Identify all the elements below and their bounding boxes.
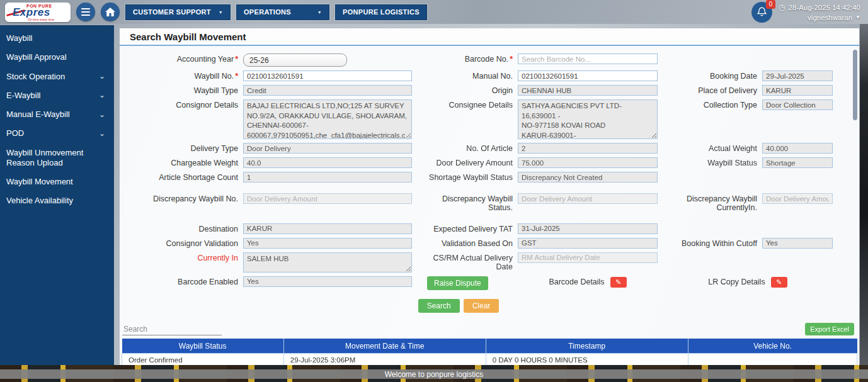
consignor-details-label: Consignor Details bbox=[145, 99, 238, 110]
discrepancy-waybill-currently-in-input bbox=[762, 193, 833, 204]
menu-button[interactable] bbox=[76, 3, 95, 21]
col-timestamp: Timestamp bbox=[486, 339, 688, 354]
accounting-year-select[interactable] bbox=[243, 53, 347, 67]
top-right-group: 0 ◷ 28-Aug-2025 14:42:40 vigneshwaran ▼ bbox=[751, 2, 860, 23]
lr-copy-details-edit-button[interactable]: ✎ bbox=[771, 277, 787, 288]
chevron-down-icon: ⌄ bbox=[99, 110, 105, 120]
row-spacer bbox=[145, 216, 833, 220]
shortage-waybill-status-input bbox=[518, 172, 658, 183]
sidebar: Waybill Waybill Approval Stock Operation… bbox=[0, 25, 114, 365]
col-movement-datetime: Movement Date & Time bbox=[283, 339, 486, 354]
top-bar: PON PURE Expres On time every time CUSTO… bbox=[0, 0, 868, 24]
chargeable-weight-input bbox=[243, 157, 412, 168]
clear-button[interactable]: Clear bbox=[464, 299, 500, 313]
origin-label: Origin bbox=[417, 85, 513, 95]
sidebar-item-pod[interactable]: POD ⌄ bbox=[0, 124, 114, 143]
raise-dispute-button[interactable]: Raise Dispute bbox=[427, 276, 488, 290]
sidebar-item-label: Waybill Unmovement Reason Upload bbox=[6, 148, 105, 169]
sidebar-item-label: Waybill bbox=[6, 33, 32, 43]
delivery-type-input bbox=[243, 143, 412, 154]
home-button[interactable] bbox=[101, 3, 120, 21]
discrepancy-waybill-status-label: Discrepancy Waybill Status. bbox=[417, 193, 513, 213]
nav-operations[interactable]: OPERATIONS ▼ bbox=[236, 4, 329, 20]
sidebar-item-waybill-movement[interactable]: Waybill Movement bbox=[0, 172, 114, 191]
chargeable-weight-label: Chargeable Weight bbox=[145, 157, 238, 167]
chevron-down-icon: ⌄ bbox=[99, 72, 105, 81]
required-asterisk: * bbox=[235, 72, 238, 81]
waybill-form: Accounting Year* Barcode No.* Waybill No… bbox=[120, 46, 859, 313]
currently-in-textarea: SALEM HUB bbox=[243, 252, 412, 272]
barcode-no-input[interactable] bbox=[518, 53, 658, 64]
movement-table: Waybill Status Movement Date & Time Time… bbox=[122, 339, 857, 365]
form-actions-row: Search Clear bbox=[120, 299, 802, 313]
app-root: PON PURE Expres On time every time CUSTO… bbox=[0, 0, 868, 382]
clock-icon: ◷ bbox=[779, 3, 785, 12]
export-excel-button[interactable]: Export Excel bbox=[805, 323, 854, 335]
lr-copy-details-group: LR Copy Details ✎ bbox=[663, 276, 833, 288]
bell-icon bbox=[757, 7, 767, 17]
sidebar-item-waybill-approval[interactable]: Waybill Approval bbox=[0, 48, 114, 67]
consignee-details-label: Consignee Details bbox=[417, 99, 513, 110]
booking-date-label: Booking Date bbox=[663, 70, 757, 81]
manual-no-input[interactable] bbox=[518, 70, 658, 81]
booking-date-input bbox=[762, 70, 833, 81]
chevron-down-icon: ⌄ bbox=[99, 129, 105, 138]
edit-pencil-icon: ✎ bbox=[776, 278, 782, 286]
consignee-details-textarea: SATHYA AGENCIES PVT LTD-16,639001 - NO-9… bbox=[518, 99, 658, 139]
sidebar-item-stock-operation[interactable]: Stock Operation ⌄ bbox=[0, 67, 114, 86]
sidebar-item-vehicle-availability[interactable]: Vehicle Availability bbox=[0, 191, 114, 210]
sidebar-item-e-waybill[interactable]: E-Waybill ⌄ bbox=[0, 86, 114, 105]
barcode-details-edit-button[interactable]: ✎ bbox=[610, 277, 627, 288]
sidebar-item-manual-e-waybill[interactable]: Manual E-Waybill ⌄ bbox=[0, 105, 114, 124]
table-toolbar: Export Excel bbox=[120, 313, 859, 339]
cell-vehicle bbox=[688, 354, 857, 365]
label-text: Barcode No. bbox=[465, 55, 508, 64]
waybill-status-input bbox=[762, 157, 833, 168]
barcode-no-label: Barcode No.* bbox=[417, 53, 513, 64]
brand-logo[interactable]: PON PURE Expres On time every time bbox=[5, 3, 71, 22]
nav-customer-support-label: CUSTOMER SUPPORT bbox=[133, 8, 211, 16]
validation-based-on-label: Validation Based On bbox=[417, 238, 513, 248]
waybill-status-label: Waybill Status bbox=[663, 157, 757, 167]
sidebar-item-waybill[interactable]: Waybill bbox=[0, 29, 114, 48]
vertical-scrollbar[interactable] bbox=[853, 50, 857, 120]
barcode-enabled-input bbox=[243, 276, 412, 287]
discrepancy-waybill-status-input bbox=[518, 193, 658, 204]
chevron-down-icon: ⌄ bbox=[99, 91, 105, 100]
notification-badge: 0 bbox=[766, 0, 775, 9]
manual-no-label: Manual No. bbox=[417, 70, 513, 81]
csrm-actual-delivery-date-input bbox=[518, 252, 658, 263]
nav-ponpure-logistics-label: PONPURE LOGISTICS bbox=[343, 8, 420, 16]
cell-timestamp: 0 DAY 0 HOURS 0 MINUTES bbox=[486, 354, 688, 365]
row-spacer bbox=[145, 186, 833, 189]
door-delivery-amount-input bbox=[518, 157, 658, 168]
label-text: Waybill No. bbox=[194, 72, 234, 81]
csrm-actual-delivery-date-label: CS/RM Actual Delivery Date bbox=[417, 252, 513, 272]
caret-down-icon: ▼ bbox=[855, 14, 860, 20]
background-photo-strip bbox=[860, 24, 868, 365]
user-menu[interactable]: vigneshwaran ▼ bbox=[808, 14, 860, 21]
validation-based-on-input bbox=[518, 238, 658, 249]
destination-label: Destination bbox=[145, 223, 238, 233]
search-button[interactable]: Search bbox=[418, 299, 460, 313]
discrepancy-waybill-no-label: Discrepancy Waybill No. bbox=[145, 193, 238, 203]
barcode-details-group: Barcode Details ✎ bbox=[518, 276, 658, 288]
sidebar-item-label: Manual E-Waybill bbox=[6, 110, 70, 120]
accounting-year-cell bbox=[243, 53, 412, 67]
article-shortage-count-input bbox=[243, 172, 412, 183]
hamburger-icon bbox=[81, 8, 90, 16]
sidebar-item-waybill-unmovement-reason-upload[interactable]: Waybill Unmovement Reason Upload bbox=[0, 143, 114, 173]
table-search-input[interactable] bbox=[122, 323, 222, 335]
no-of-article-input bbox=[518, 143, 658, 154]
waybill-no-label: Waybill No.* bbox=[145, 70, 238, 81]
current-datetime: 28-Aug-2025 14:42:40 bbox=[789, 4, 860, 11]
nav-customer-support[interactable]: CUSTOMER SUPPORT ▼ bbox=[125, 4, 231, 20]
article-shortage-count-label: Article Shortage Count bbox=[145, 172, 238, 182]
notifications-button[interactable]: 0 bbox=[751, 2, 772, 23]
consignor-validation-input bbox=[243, 238, 412, 249]
caret-down-icon: ▼ bbox=[317, 10, 322, 14]
lr-copy-details-label: LR Copy Details bbox=[708, 278, 765, 286]
nav-ponpure-logistics[interactable]: PONPURE LOGISTICS bbox=[335, 4, 427, 20]
brand-main-text: Expres bbox=[13, 6, 50, 19]
waybill-no-input[interactable] bbox=[243, 70, 412, 81]
